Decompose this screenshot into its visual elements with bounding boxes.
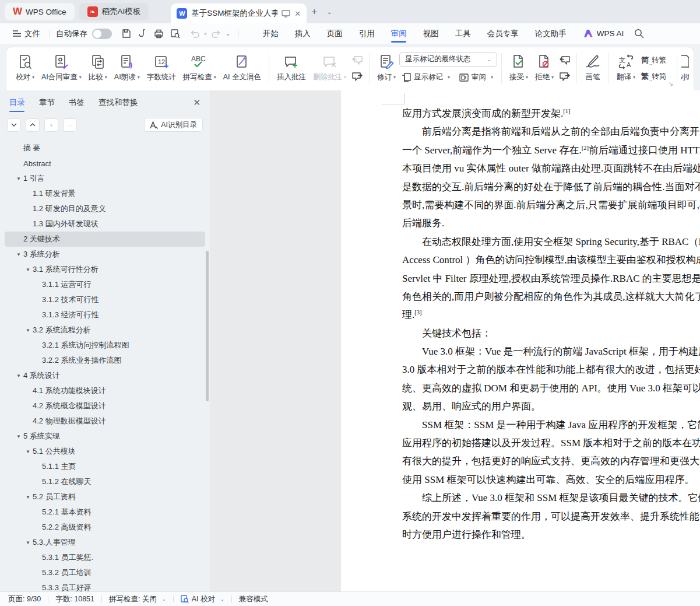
toc-item[interactable]: ▼ 5.1.2 在线聊天 <box>5 474 205 489</box>
sidebar-tab[interactable]: 章节 <box>39 90 55 115</box>
ai-proofread-status[interactable]: AI 校对 ⌄ <box>174 594 231 604</box>
toc-item[interactable]: ▼ 5.1.1 主页 <box>5 459 205 474</box>
menu-tab[interactable]: 开始 <box>255 23 287 44</box>
new-tab-button[interactable]: ＋ <box>307 4 322 19</box>
print-button[interactable] <box>150 27 167 41</box>
menu-tab[interactable]: 工具 <box>447 23 479 44</box>
spell-check-status[interactable]: 拼写检查: 关闭 ⌄ <box>102 594 173 604</box>
close-sidebar-icon[interactable]: ✕ <box>193 97 200 108</box>
tab-document[interactable]: W 基于SSM框架的企业人事薪酬 ✕ <box>171 3 307 23</box>
expand-arrow-icon[interactable]: ▼ <box>14 252 23 257</box>
brush-button[interactable]: 画笔 <box>581 50 604 86</box>
toc-item[interactable]: ▼ 3.2 系统流程分析 <box>5 323 205 338</box>
reject-button[interactable]: 拒绝▾ <box>532 50 557 86</box>
restrict-edit-button[interactable]: 限制编辑 <box>681 50 689 86</box>
tab-docer-templates[interactable]: ❧ 稻壳AI模板 <box>79 3 149 20</box>
next-change-button[interactable] <box>557 69 572 83</box>
sidebar-scrollbar[interactable] <box>206 251 209 401</box>
word-count-indicator[interactable]: 字数: 10851 <box>48 594 101 604</box>
toc-item[interactable]: ▼ 3 系统分析 <box>5 247 205 262</box>
toc-item[interactable]: ▼ 1.3 国内外研发现状 <box>5 216 205 232</box>
toc-item[interactable]: ▼ 4.1 系统功能模块设计 <box>5 383 205 398</box>
toc-item[interactable]: ▼ 3.1.2 技术可行性 <box>5 292 205 307</box>
track-changes-button[interactable]: 修订▾ <box>374 50 399 86</box>
expand-arrow-icon[interactable]: ▼ <box>14 373 23 379</box>
close-tab-icon[interactable]: ✕ <box>294 9 301 18</box>
markup-state-dropdown[interactable]: 显示标记的最终状态 ⌄ <box>399 52 497 67</box>
review-pane-button[interactable]: 审阅▾ <box>457 70 495 85</box>
ai-read-aloud-button[interactable]: AI朗读▾ <box>111 50 143 86</box>
translate-button[interactable]: 文A 翻译▾ <box>613 50 639 86</box>
word-count-button[interactable]: 12 字数统计 <box>143 50 180 86</box>
sidebar-tab[interactable]: 目录 <box>9 90 25 115</box>
proofread-button[interactable]: 校对▾ <box>12 50 38 86</box>
toc-item[interactable]: ▼ 4.2 系统概念模型设计 <box>5 398 205 414</box>
toc-item[interactable]: ▼ 1.1 研发背景 <box>5 186 205 201</box>
compare-button[interactable]: 比较▾ <box>85 50 111 86</box>
toc-item[interactable]: ▼ 4.2 物理数据模型设计 <box>5 414 205 429</box>
ai-contract-review-button[interactable]: AI合同审查▾ <box>38 50 85 86</box>
toc-item[interactable]: ▼ 1 引言 <box>5 171 205 186</box>
document-page[interactable]: 应用方式发展演变而成的新型开发架.[1] 前后端分离是指将前端和后端从之前的全部… <box>341 90 700 591</box>
toolbar-options-chevron-icon[interactable]: ⌄ <box>224 30 232 37</box>
previous-change-button[interactable] <box>557 53 572 67</box>
accept-button[interactable]: 接受▾ <box>506 50 532 86</box>
expand-all-button[interactable] <box>26 118 40 132</box>
document-text[interactable]: 应用方式发展演变而成的新型开发架.[1] 前后端分离是指将前端和后端从之前的全部… <box>402 104 700 544</box>
traditional-to-simplified-button[interactable]: 繁→ 转简 <box>639 69 669 83</box>
toc-item[interactable]: ▼ 5.3.人事管理 <box>5 535 205 550</box>
menu-tab[interactable]: 插入 <box>287 23 319 44</box>
expand-arrow-icon[interactable]: ▼ <box>23 328 33 333</box>
toc-item[interactable]: ▼ 摘 要 <box>5 141 205 156</box>
spell-check-button[interactable]: ABC 拼写检查▾ <box>180 50 220 86</box>
show-markup-button[interactable]: 显示标记▾ <box>399 70 452 85</box>
toc-item[interactable]: ▼ 5.2 员工资料 <box>5 489 205 505</box>
search-button[interactable] <box>634 29 644 38</box>
toc-item[interactable]: ▼ 2 关键技术 <box>5 232 205 247</box>
toc-item[interactable]: ▼ 5.1 公共模块 <box>5 444 205 459</box>
toc-item[interactable]: ▼ Abstract <box>5 156 205 171</box>
toc-item[interactable]: ▼ 5.3.3 员工好评 <box>5 580 205 591</box>
page-indicator[interactable]: 页面: 9/30 <box>8 594 48 604</box>
simplified-to-traditional-button[interactable]: 简→ 转繁 <box>639 53 669 67</box>
toc-item[interactable]: ▼ 3.2.2 系统业务操作流图 <box>5 353 205 368</box>
toc-item[interactable]: ▼ 3.1 系统可行性分析 <box>5 262 205 277</box>
expand-arrow-icon[interactable]: ▼ <box>23 540 33 545</box>
menu-tab[interactable]: 视图 <box>415 23 447 44</box>
sidebar-tab[interactable]: 查找和替换 <box>99 90 138 115</box>
menu-tab[interactable]: 引用 <box>351 23 383 44</box>
expand-arrow-icon[interactable]: ▼ <box>23 449 33 454</box>
toc-item[interactable]: ▼ 3.1.1 运营可行 <box>5 277 205 292</box>
toc-item[interactable]: ▼ 4 系统设计 <box>5 368 205 383</box>
tab-list-chevron-icon[interactable]: ⌄ <box>322 4 337 19</box>
menu-tab[interactable]: 页面 <box>319 23 351 44</box>
print-preview-button[interactable] <box>167 27 183 41</box>
toc-item[interactable]: ▼ 5.3.1 员工奖惩. <box>5 550 205 565</box>
menu-tab[interactable]: 论文助手 <box>527 23 575 44</box>
tab-wps-office[interactable]: W WPS Office <box>5 3 75 20</box>
toc-item[interactable]: ▼ 5.3.2 员工培训 <box>5 565 205 580</box>
expand-arrow-icon[interactable]: ▼ <box>14 434 23 439</box>
toc-item[interactable]: ▼ 3.1.3 经济可行性 <box>5 307 205 323</box>
menu-tab[interactable]: 审阅 <box>383 23 415 44</box>
save-button[interactable] <box>118 27 134 41</box>
insert-comment-button[interactable]: 插入批注 <box>273 50 309 86</box>
group-expand-icon[interactable]: ↘ <box>669 80 673 87</box>
toc-item[interactable]: ▼ 5.2.2 高级资料 <box>5 520 205 535</box>
ai-polish-button[interactable]: AI 全文润色 <box>220 50 265 86</box>
toc-item[interactable]: ▼ 1.2 研发的目的及意义 <box>5 201 205 216</box>
ai-recognize-toc-button[interactable]: AI识别目录 <box>144 118 203 132</box>
menu-tab[interactable]: 会员专享 <box>479 23 527 44</box>
share-screen-icon[interactable] <box>282 10 290 17</box>
toc-item[interactable]: ▼ 5 系统实现 <box>5 429 205 444</box>
wps-ai-button[interactable]: WPS AI <box>583 29 624 38</box>
toc-item[interactable]: ▼ 3.2.1 系统访问控制流程图 <box>5 338 205 353</box>
expand-arrow-icon[interactable]: ▼ <box>23 267 33 272</box>
collapse-all-button[interactable] <box>7 118 21 132</box>
toc-item[interactable]: ▼ 5.2.1 基本资料 <box>5 505 205 520</box>
sidebar-tab[interactable]: 书签 <box>69 90 85 115</box>
autosave-toggle[interactable] <box>92 29 112 39</box>
next-comment-button[interactable] <box>350 69 365 83</box>
expand-arrow-icon[interactable]: ▼ <box>14 176 23 181</box>
export-button[interactable] <box>134 27 150 41</box>
